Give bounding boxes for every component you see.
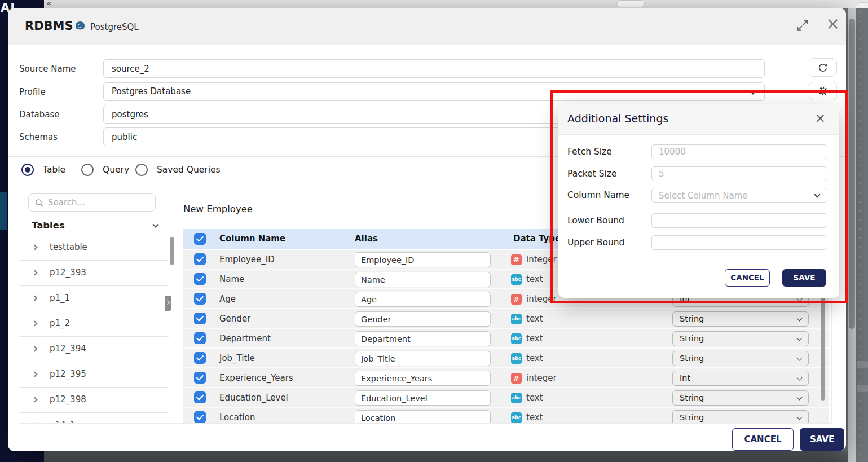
dtype-label: text — [526, 393, 543, 403]
tables-section-label: Tables — [32, 220, 65, 231]
cast-type-select[interactable]: String — [672, 331, 809, 346]
radio-saved-queries[interactable]: Saved Queries — [135, 164, 221, 176]
row-checkbox[interactable] — [194, 391, 206, 403]
tables-section-header[interactable]: Tables — [32, 220, 160, 231]
cast-type-select[interactable]: String — [672, 351, 809, 366]
chevron-right-icon — [32, 321, 38, 327]
close-icon[interactable]: × — [826, 14, 840, 33]
alias-input[interactable] — [355, 351, 491, 366]
db-type-label: PostgreSQL — [90, 22, 139, 32]
table-scrollbar-thumb[interactable] — [821, 296, 825, 401]
radio-query[interactable]: Query — [81, 164, 129, 176]
row-checkbox[interactable] — [194, 273, 206, 285]
column-name-cell: Age — [219, 294, 236, 304]
postgresql-icon — [74, 20, 86, 33]
page-scrollbar-thumb[interactable] — [849, 19, 855, 329]
table-search — [28, 193, 156, 212]
sidebar-item-p1_2[interactable]: p1_2 — [19, 311, 169, 337]
sidebar-item-p12_398[interactable]: p12_398 — [19, 388, 169, 413]
select-all-checkbox[interactable] — [194, 233, 206, 245]
fetch-size-input[interactable] — [651, 144, 827, 159]
popup-save-button[interactable]: SAVE — [782, 269, 826, 287]
row-checkbox[interactable] — [194, 293, 206, 305]
chevron-right-icon — [32, 296, 38, 301]
cast-type-select[interactable]: String — [672, 311, 809, 327]
alias-input[interactable] — [355, 331, 491, 346]
dtype-integer-badge: # — [511, 254, 522, 265]
sidebar-item-testtable[interactable]: testtable — [19, 235, 169, 261]
settings-gear-button[interactable] — [809, 82, 837, 100]
header-separator — [500, 234, 500, 244]
cancel-button[interactable]: CANCEL — [732, 428, 794, 451]
lower-bound-input[interactable] — [651, 213, 827, 228]
cast-type-select[interactable]: String — [672, 410, 809, 423]
dtype-label: integer — [526, 373, 557, 383]
sidebar-item-p12_395[interactable]: p12_395 — [19, 362, 169, 388]
dtype-text-badge: abc — [511, 393, 522, 403]
cast-type-select[interactable]: String — [672, 390, 809, 406]
chevron-right-icon — [32, 346, 38, 352]
column-name-cell: Name — [219, 274, 244, 284]
row-checkbox[interactable] — [194, 372, 206, 384]
cast-type-value: String — [680, 354, 704, 363]
table-row: Experience_Years#integerInt — [183, 368, 829, 388]
upper-bound-label: Upper Bound — [567, 237, 624, 248]
dtype-label: text — [526, 274, 543, 284]
alias-input[interactable] — [355, 292, 491, 307]
alias-input[interactable] — [355, 390, 491, 406]
dtype-label: integer — [526, 294, 557, 304]
search-input[interactable] — [48, 195, 149, 210]
profile-value: Postgres Database — [112, 86, 191, 96]
column-name-select[interactable]: Select Column Name — [651, 188, 827, 203]
column-name-cell: Gender — [219, 314, 250, 324]
screen: « AL RDBMS PostgreSQL × Source N — [0, 0, 868, 462]
table-row: DepartmentabctextString — [183, 329, 829, 349]
radio-table[interactable]: Table — [21, 164, 65, 176]
dtype-text-badge: abc — [511, 274, 522, 285]
column-name-cell: Education_Level — [219, 393, 288, 403]
dtype-text-badge: abc — [511, 353, 522, 364]
sidebar-item-p14_1[interactable]: p14_1 — [19, 413, 169, 423]
profile-select[interactable]: Postgres Database — [103, 82, 765, 101]
chevron-down-icon — [797, 355, 803, 361]
popup-title: Additional Settings — [567, 112, 668, 125]
popup-cancel-button[interactable]: CANCEL — [725, 269, 770, 287]
source-name-input[interactable] — [103, 59, 765, 78]
row-checkbox[interactable] — [194, 352, 206, 364]
cast-type-value: String — [680, 314, 704, 323]
sidebar-item-p1_1[interactable]: p1_1 — [19, 286, 169, 311]
sidebar-item-p12_393[interactable]: p12_393 — [19, 261, 169, 286]
expand-icon[interactable] — [795, 18, 810, 33]
refresh-button[interactable] — [809, 58, 837, 77]
alias-input[interactable] — [355, 311, 491, 327]
table-name: p12_394 — [50, 344, 86, 354]
popup-close-icon[interactable]: × — [815, 111, 826, 125]
row-checkbox[interactable] — [194, 411, 206, 423]
sidebar-scrollbar-thumb[interactable] — [170, 237, 174, 265]
packet-size-input[interactable] — [651, 166, 827, 181]
database-label: Database — [19, 109, 60, 120]
alias-input[interactable] — [355, 272, 491, 287]
header-data-type: Data Type — [513, 234, 561, 244]
sidebar-item-p12_394[interactable]: p12_394 — [19, 337, 169, 362]
alias-input[interactable] — [355, 252, 491, 267]
row-checkbox[interactable] — [194, 332, 206, 344]
sidebar-collapse-icon[interactable]: « — [46, 0, 52, 8]
chevron-down-icon — [797, 336, 803, 341]
alias-input[interactable] — [355, 371, 491, 386]
cast-type-select[interactable]: Int — [672, 371, 809, 386]
alias-input[interactable] — [355, 410, 491, 423]
nav-active-indicator — [0, 192, 7, 230]
row-checkbox[interactable] — [194, 253, 206, 265]
dtype-label: text — [526, 314, 543, 324]
upper-bound-input[interactable] — [651, 235, 827, 250]
chevron-down-icon — [814, 191, 820, 197]
dtype-text-badge: abc — [511, 333, 522, 344]
dtype-text-badge: abc — [511, 314, 522, 324]
header-alias: Alias — [355, 234, 378, 244]
additional-settings-popup: Additional Settings × Fetch Size Packet … — [558, 104, 839, 298]
save-button[interactable]: SAVE — [800, 428, 844, 451]
table-name: p12_398 — [50, 394, 86, 404]
sidebar-collapse-handle[interactable] — [165, 296, 171, 311]
row-checkbox[interactable] — [194, 313, 206, 324]
